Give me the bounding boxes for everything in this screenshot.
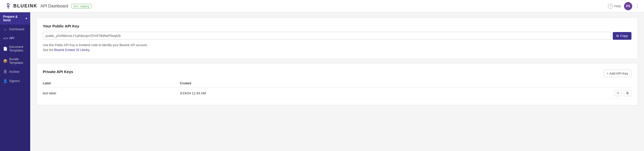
sidebar-item-api-label: API (9, 36, 14, 40)
private-api-keys-card: Private API Keys + Add API Key Label Cre… (36, 63, 638, 105)
hint-line2: See the (43, 48, 54, 52)
column-header-label: Label (43, 82, 180, 87)
api-key-row: ⧉ Copy (43, 32, 631, 40)
sidebar-item-bundle-templates-label: Bundle Templates (9, 57, 27, 65)
sidebar-item-doc-templates-label: Document Templates (9, 45, 27, 52)
main-content: Your Public API Key ⧉ Copy Use this Publ… (30, 12, 644, 151)
topbar-left: BLUEINK API Dashboard Env: staging (4, 2, 91, 10)
table-row: test label 3/19/24 11:43 AM ✏ 🗑 (43, 87, 631, 99)
api-icon: </> (3, 37, 7, 40)
logo-icon (4, 2, 12, 10)
sidebar-item-api[interactable]: </> API (0, 34, 30, 43)
sidebar-item-dashboard[interactable]: ⌂ Dashboard (0, 25, 30, 34)
embed-js-link[interactable]: Blueink Embed JS Library (54, 48, 89, 52)
table-header-row: Label Created (43, 82, 631, 87)
key-actions: ✏ 🗑 (448, 87, 631, 99)
copy-button[interactable]: ⧉ Copy (613, 32, 631, 40)
logo: BLUEINK (4, 2, 37, 10)
public-api-key-card: Your Public API Key ⧉ Copy Use this Publ… (36, 17, 638, 59)
sidebar-header[interactable]: Prepare & Send ▾ (0, 12, 30, 25)
svg-point-0 (7, 3, 9, 5)
sidebar-item-bundle-templates[interactable]: 📦 Bundle Templates (0, 55, 30, 67)
signers-icon: 👤 (3, 79, 7, 83)
topbar-right: ? Help PS ⋮ (608, 2, 640, 10)
help-label: Help (614, 4, 621, 8)
sidebar-item-signers[interactable]: 👤 Signers (0, 76, 30, 86)
delete-key-button[interactable]: 🗑 (624, 90, 631, 96)
bundle-icon: 📦 (3, 59, 7, 63)
column-header-created: Created (180, 82, 448, 87)
sidebar-item-signers-label: Signers (9, 79, 20, 83)
public-key-title: Your Public API Key (43, 24, 631, 28)
public-api-key-input[interactable] (43, 32, 611, 40)
more-icon: ⋮ (635, 4, 640, 9)
topbar: BLUEINK API Dashboard Env: staging ? Hel… (0, 0, 644, 12)
copy-button-label: Copy (620, 34, 628, 38)
copy-icon: ⧉ (616, 34, 619, 38)
sidebar: Prepare & Send ▾ ⌂ Dashboard </> API 📄 D… (0, 12, 30, 151)
api-hint: Use this Public API Key in frontend code… (43, 43, 631, 53)
hint-line1: Use this Public API Key in frontend code… (43, 43, 148, 47)
sidebar-item-dashboard-label: Dashboard (9, 27, 24, 31)
add-key-button-label: + Add API Key (607, 72, 628, 75)
help-icon: ? (608, 4, 613, 9)
edit-key-button[interactable]: ✏ (615, 90, 622, 96)
page-title: API Dashboard (40, 4, 68, 8)
avatar[interactable]: PS (624, 2, 632, 10)
document-icon: 📄 (3, 47, 7, 51)
env-badge: Env: staging (71, 4, 92, 8)
layout: Prepare & Send ▾ ⌂ Dashboard </> API 📄 D… (0, 12, 644, 151)
logo-text: BLUEINK (13, 3, 37, 9)
sidebar-item-archive-label: Archive (9, 70, 19, 74)
key-label: test label (43, 87, 180, 99)
sidebar-item-document-templates[interactable]: 📄 Document Templates (0, 43, 30, 55)
sidebar-chevron-icon: ▾ (26, 17, 27, 20)
private-keys-table: Label Created test label 3/19/24 11:43 A… (43, 82, 631, 99)
add-api-key-button[interactable]: + Add API Key (604, 70, 631, 77)
archive-icon: 🗄 (3, 70, 7, 74)
private-keys-title: Private API Keys (43, 69, 73, 74)
private-card-header: Private API Keys + Add API Key (43, 69, 631, 77)
key-created: 3/19/24 11:43 AM (180, 87, 448, 99)
help-button[interactable]: ? Help (608, 4, 621, 9)
sidebar-header-label: Prepare & Send (3, 15, 26, 22)
hint-line3: . (89, 48, 90, 52)
home-icon: ⌂ (3, 27, 7, 31)
avatar-initials: PS (626, 4, 630, 8)
more-button[interactable]: ⋮ (635, 3, 640, 9)
sidebar-item-archive[interactable]: 🗄 Archive (0, 67, 30, 76)
column-header-actions (448, 82, 631, 87)
